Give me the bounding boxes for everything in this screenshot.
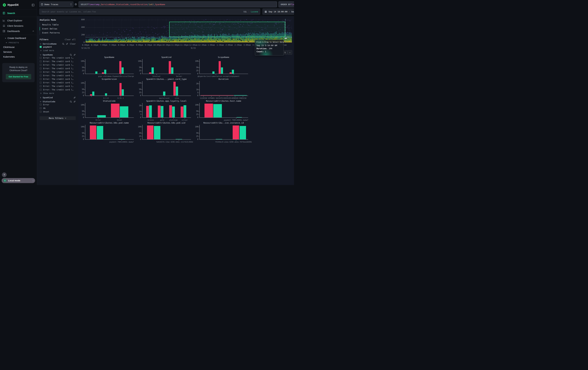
filter-option-ok[interactable]: Ok [40, 106, 76, 110]
filter-section-title[interactable]: ServiceName [43, 43, 61, 45]
selection-handle[interactable] [284, 38, 287, 39]
chart-x-tick [122, 140, 122, 140]
chart-x-label: 1621070 [216, 97, 223, 99]
help-button[interactable]: ? [2, 172, 7, 177]
query-token: round( [130, 3, 137, 6]
show-more-button[interactable]: Show more [40, 91, 76, 95]
chart-y-tick-label: 25 [136, 135, 141, 137]
date-range-picker[interactable]: Sep 14 18:00:00 - Sep 15 05:30:00 [262, 9, 294, 15]
checkbox-icon[interactable] [40, 57, 42, 59]
pin-icon[interactable] [66, 43, 68, 45]
preset-dashboard-kubernetes[interactable]: Kubernetes [0, 54, 37, 59]
chart-y-tick [84, 133, 85, 133]
gear-icon[interactable]: ⚙ [74, 3, 77, 6]
sidebar-item-search[interactable]: Search [0, 10, 37, 16]
filter-option-unset[interactable]: Unset [40, 110, 76, 113]
chart-x-tick [236, 118, 236, 119]
search-icon[interactable] [70, 100, 72, 103]
more-filters-button[interactable]: More filters [40, 116, 76, 120]
chart-x-axis [199, 117, 248, 118]
filter-option-error-the-credit-card-[interactable]: Error: The credit card (… [40, 70, 76, 74]
chart-x-label: gold [160, 119, 164, 121]
filter-section-title[interactable]: SpanName [43, 54, 69, 56]
filter-option-error-the-credit-card-[interactable]: Error: The credit card (… [40, 84, 76, 88]
orderby-clause-input[interactable]: ORDER BY Timestamp DESC [279, 1, 294, 7]
chevron-down-icon[interactable] [40, 43, 42, 45]
checkbox-icon[interactable] [40, 104, 42, 106]
chart-y-tick-label: 28 [136, 104, 141, 107]
sidebar-item-dashboards[interactable]: Dashboards [0, 29, 37, 34]
heatmap-selection-rect[interactable] [169, 22, 285, 37]
chart-x-tick [216, 74, 216, 75]
sidebar-item-chart-explorer[interactable]: Chart Explorer [0, 18, 37, 23]
chart-x-label: platinum [169, 119, 178, 121]
clear-filter-button[interactable]: Clear [70, 43, 76, 45]
filter-option-error-the-credit-card-[interactable]: Error: The credit card (… [40, 74, 76, 77]
pin-icon[interactable] [74, 97, 76, 99]
local-mode-menu[interactable]: U Local mode › [2, 178, 35, 183]
preset-dashboard-services[interactable]: Services [0, 50, 37, 54]
preset-dashboard-clickhouse[interactable]: ClickHouse [0, 45, 37, 50]
filter-option-error-the-credit-card-[interactable]: Error: The credit card (… [40, 56, 76, 60]
chart-bar-green [163, 91, 165, 96]
chart-bar-pink [169, 61, 171, 74]
pin-icon[interactable] [74, 54, 76, 56]
filter-option-label: Unset [43, 110, 49, 113]
chevron-down-icon[interactable] [40, 101, 42, 103]
collapse-sidebar-icon[interactable] [32, 4, 35, 7]
chart-y-tick [84, 71, 85, 71]
filter-option-payment[interactable]: ✓payment [40, 45, 76, 49]
select-clause-input[interactable]: SELECT Timestamp, ServiceName, StatusCod… [79, 1, 277, 7]
checkbox-icon[interactable] [40, 89, 42, 91]
pin-icon[interactable] [74, 100, 76, 103]
tooltip-count-label: Count: [256, 50, 264, 53]
presets-toggle[interactable]: PRESETS [0, 40, 37, 45]
clear-all-button[interactable]: Clear all [65, 38, 76, 41]
chart-y-tick [199, 133, 199, 133]
chart-y-tick [141, 111, 142, 112]
chevron-right-icon [40, 92, 42, 94]
filter-option-error-the-credit-card-[interactable]: Error: The credit card (… [40, 67, 76, 70]
filter-option-error-the-credit-card-[interactable]: Error: The credit card (… [40, 81, 76, 84]
search-icon[interactable] [70, 54, 72, 56]
checkbox-icon[interactable] [40, 67, 42, 70]
search-input[interactable] [41, 10, 242, 13]
filter-section-title[interactable]: StatusCode [43, 100, 69, 103]
checkbox-icon[interactable] [40, 60, 42, 62]
chevron-down-icon[interactable] [40, 54, 42, 56]
chart-y-tick [199, 71, 199, 71]
query-token: , [115, 3, 116, 6]
data-source-select[interactable]: Demo Traces [39, 1, 74, 7]
load-more-button[interactable]: Load more [40, 49, 76, 52]
chevron-right-icon[interactable] [40, 97, 42, 99]
chart-y-tick-label: 0 [78, 72, 84, 75]
analysis-mode-results-table[interactable]: Results Table [40, 23, 78, 27]
filter-section-title[interactable]: SpanKind [43, 96, 72, 99]
get-started-button[interactable]: Get Started for Free [6, 74, 31, 79]
checkbox-icon[interactable] [40, 71, 42, 73]
analysis-mode-event-patterns[interactable]: Event Patterns [40, 31, 78, 35]
checkbox-icon[interactable] [40, 78, 42, 80]
sidebar-item-client-sessions[interactable]: Client Sessions [0, 23, 37, 29]
search-icon[interactable] [62, 43, 64, 45]
filter-option-error-the-credit-card-[interactable]: Error: The credit card (… [40, 63, 76, 67]
checkbox-icon[interactable] [40, 111, 42, 113]
checkbox-icon[interactable] [40, 64, 42, 66]
analysis-mode-event-deltas[interactable]: Event Deltas [40, 27, 78, 31]
checkbox-checked-icon[interactable]: ✓ [40, 46, 42, 48]
lang-lucene-button[interactable]: Lucene [251, 10, 258, 13]
create-dashboard-button[interactable]: +Create Dashboard [0, 36, 37, 40]
chart-x-tick [227, 96, 227, 97]
checkbox-icon[interactable] [40, 81, 42, 84]
checkbox-icon[interactable] [40, 74, 42, 77]
lang-sql-button[interactable]: SQL [243, 10, 247, 13]
filter-option-error-the-credit-card-[interactable]: Error: The credit card (… [40, 88, 76, 91]
query-token: Duration [137, 3, 147, 6]
filter-option-error-the-credit-card-[interactable]: Error: The credit card (… [40, 77, 76, 81]
checkbox-icon[interactable] [40, 107, 42, 109]
filter-option-error-the-credit-card-[interactable]: Error: The credit card (… [40, 60, 76, 63]
chart-bar-green [154, 126, 160, 139]
checkbox-icon[interactable] [40, 85, 42, 87]
filter-option-error[interactable]: Error [40, 103, 76, 106]
pagination-next-button[interactable]: › [288, 50, 292, 55]
